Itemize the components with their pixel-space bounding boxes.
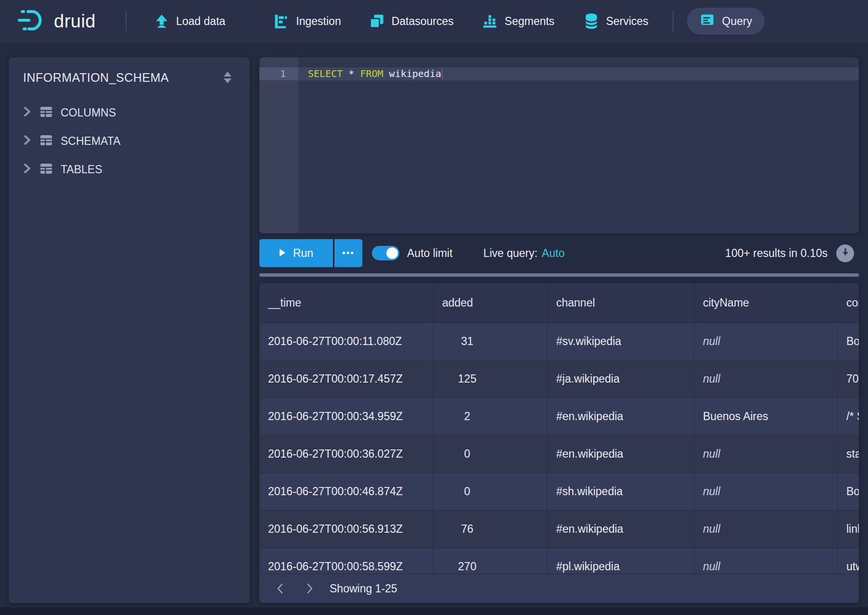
druid-logo[interactable]: druid <box>17 8 96 35</box>
column-header[interactable]: comment <box>837 283 859 322</box>
live-query-value[interactable]: Auto <box>542 247 564 260</box>
druid-logo-icon <box>17 8 49 35</box>
table-cell[interactable]: 0 <box>433 473 547 510</box>
nav-item-load-data[interactable]: Load data <box>154 13 225 29</box>
table-cell[interactable]: #sh.wikipedia <box>547 473 694 510</box>
table-cell[interactable]: null <box>694 473 837 510</box>
druid-console: druid Load data <box>0 0 868 615</box>
nav-item-label: Query <box>722 15 753 28</box>
table-cell[interactable]: sta <box>837 436 859 473</box>
table-cell[interactable]: link <box>837 511 859 548</box>
table-cell[interactable]: 2016-06-27T00:00:36.027Z <box>259 436 433 473</box>
nav-item-label: Services <box>606 15 648 28</box>
table-cell[interactable]: 2016-06-27T00:00:56.913Z <box>259 511 433 548</box>
table-cell[interactable]: 2016-06-27T00:00:17.457Z <box>259 360 433 397</box>
nav-item-label: Load data <box>176 15 225 28</box>
nav-item-query-active[interactable]: Query <box>687 8 765 35</box>
sql-text: wikipedia <box>383 68 441 79</box>
table-cell[interactable]: 2 <box>433 398 547 435</box>
table-cell[interactable]: 70. <box>837 360 859 397</box>
table-cell[interactable]: null <box>694 360 837 397</box>
results-panel: __timeaddedchannelcityNamecomment 2016-0… <box>259 283 859 603</box>
play-icon <box>279 247 286 260</box>
schema-title: INFORMATION_SCHEMA <box>23 71 169 85</box>
sidebar-item-label: COLUMNS <box>61 106 116 119</box>
table-cell[interactable]: 0 <box>433 436 547 473</box>
table-cell[interactable]: #en.wikipedia <box>547 436 694 473</box>
table-cell[interactable]: /* S <box>837 398 859 435</box>
column-header[interactable]: __time <box>259 283 433 322</box>
nav-item-services[interactable]: Services <box>584 13 648 29</box>
table-cell[interactable]: 125 <box>433 360 547 397</box>
nav-item-segments[interactable]: Segments <box>482 13 555 29</box>
table-cell[interactable]: 2016-06-27T00:00:34.959Z <box>259 398 433 435</box>
column-header[interactable]: added <box>433 283 547 322</box>
results-body: 2016-06-27T00:00:11.080Z31#sv.wikipedian… <box>259 322 859 585</box>
table-cell[interactable]: #ja.wikipedia <box>547 360 694 397</box>
line-number: 1 <box>259 67 298 80</box>
table-row: 2016-06-27T00:00:11.080Z31#sv.wikipedian… <box>259 322 859 360</box>
table-cell[interactable]: #sv.wikipedia <box>547 323 694 360</box>
nav-item-label: Ingestion <box>296 15 341 28</box>
column-header[interactable]: cityName <box>694 283 837 322</box>
sidebar-item-tables[interactable]: TABLES <box>9 155 250 184</box>
nav-item-ingestion[interactable]: Ingestion <box>273 13 341 29</box>
sort-toggle-icon[interactable] <box>222 70 233 85</box>
timeline-icon <box>273 13 289 29</box>
pagination-status: Showing 1-25 <box>330 582 397 595</box>
table-cell[interactable]: Bot <box>837 323 859 360</box>
schema-tree: COLUMNS SCHEMATA <box>9 99 250 184</box>
editor-gutter <box>259 57 298 233</box>
chevron-right-icon <box>22 134 32 149</box>
schema-tree-panel: INFORMATION_SCHEMA COL <box>9 57 250 603</box>
table-cell[interactable]: #en.wikipedia <box>547 398 694 435</box>
table-cell[interactable]: Bot <box>837 473 859 510</box>
layers-icon <box>369 13 385 29</box>
nav-item-label: Datasources <box>392 15 454 28</box>
toggle-knob <box>386 247 398 259</box>
results-header-row: __timeaddedchannelcityNamecomment <box>259 283 859 322</box>
query-editor-panel: 1 SELECT * FROM wikipedia <box>259 57 859 233</box>
nav-item-datasources[interactable]: Datasources <box>369 13 454 29</box>
sql-text: * <box>343 68 360 79</box>
nav-separator <box>673 11 674 32</box>
editor-active-line: 1 SELECT * FROM wikipedia <box>259 67 859 80</box>
run-button[interactable]: Run <box>259 239 333 267</box>
auto-limit-toggle[interactable] <box>372 246 399 260</box>
table-cell[interactable]: null <box>694 511 837 548</box>
sidebar-item-columns[interactable]: COLUMNS <box>9 99 250 127</box>
table-row: 2016-06-27T00:00:36.027Z0#en.wikipedianu… <box>259 435 859 473</box>
run-more-button[interactable]: ••• <box>333 239 362 267</box>
table-row: 2016-06-27T00:00:46.874Z0#sh.wikipedianu… <box>259 473 859 510</box>
window-bottom-edge <box>0 607 868 615</box>
results-summary: 100+ results in 0.10s <box>725 247 828 260</box>
table-cell[interactable]: Buenos Aires <box>694 398 837 435</box>
table-cell[interactable]: 2016-06-27T00:00:46.874Z <box>259 473 433 510</box>
sql-input[interactable]: SELECT * FROM wikipedia <box>298 67 859 80</box>
table-cell[interactable]: #en.wikipedia <box>547 511 694 548</box>
run-button-label: Run <box>293 247 313 260</box>
run-bar: Run ••• Auto limit Live query: Auto 100+… <box>259 239 859 267</box>
database-icon <box>584 13 599 29</box>
download-button[interactable] <box>836 244 854 262</box>
table-row: 2016-06-27T00:00:17.457Z125#ja.wikipedia… <box>259 360 859 397</box>
table-cell[interactable]: null <box>694 323 837 360</box>
table-row: 2016-06-27T00:00:34.959Z2#en.wikipediaBu… <box>259 397 859 435</box>
download-icon <box>841 247 850 259</box>
column-header[interactable]: channel <box>547 283 694 322</box>
pagination-bar: Showing 1-25 <box>259 574 859 603</box>
prev-page-button[interactable] <box>271 579 289 598</box>
sidebar-item-label: TABLES <box>61 163 102 176</box>
table-icon <box>39 104 53 122</box>
console-icon <box>700 12 715 30</box>
table-cell[interactable]: null <box>694 436 837 473</box>
table-cell[interactable]: 76 <box>433 511 547 548</box>
sidebar-item-label: SCHEMATA <box>61 135 120 148</box>
horizontal-scrollbar[interactable] <box>259 273 859 277</box>
table-cell[interactable]: 31 <box>433 323 547 360</box>
table-row: 2016-06-27T00:00:56.913Z76#en.wikipedian… <box>259 510 859 548</box>
next-page-button[interactable] <box>301 579 319 598</box>
sidebar-item-schemata[interactable]: SCHEMATA <box>9 127 250 155</box>
table-cell[interactable]: 2016-06-27T00:00:11.080Z <box>259 323 433 360</box>
chevron-right-icon <box>22 162 32 178</box>
